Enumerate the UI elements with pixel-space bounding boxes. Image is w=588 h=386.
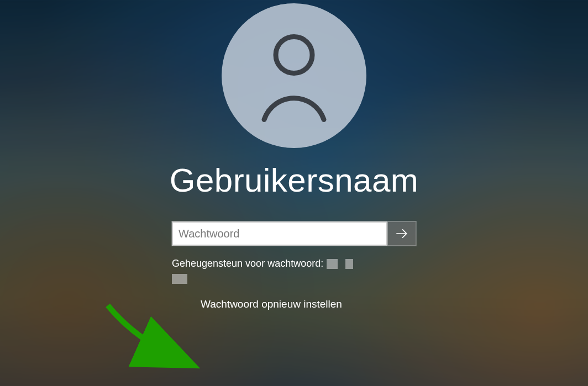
username-label: Gebruikersnaam bbox=[170, 161, 419, 199]
submit-button[interactable] bbox=[387, 221, 416, 246]
hint-redacted-block bbox=[327, 259, 338, 269]
password-input[interactable] bbox=[172, 221, 387, 246]
password-hint-row: Geheugensteun voor wachtwoord: bbox=[172, 258, 416, 269]
svg-point-0 bbox=[276, 37, 312, 73]
user-icon bbox=[253, 29, 335, 123]
reset-password-row: Wachtwoord opnieuw instellen bbox=[172, 298, 416, 310]
password-hint-label: Geheugensteun voor wachtwoord: bbox=[172, 258, 323, 269]
arrow-right-icon bbox=[395, 226, 409, 241]
password-row bbox=[172, 221, 416, 246]
login-container: Gebruikersnaam Geheugensteun voor wachtw… bbox=[0, 0, 588, 386]
hint-redacted-block bbox=[172, 274, 187, 284]
password-hint-row-2 bbox=[172, 274, 416, 286]
hint-redacted-block bbox=[345, 259, 353, 269]
reset-password-link[interactable]: Wachtwoord opnieuw instellen bbox=[201, 298, 342, 310]
user-avatar bbox=[222, 3, 366, 148]
